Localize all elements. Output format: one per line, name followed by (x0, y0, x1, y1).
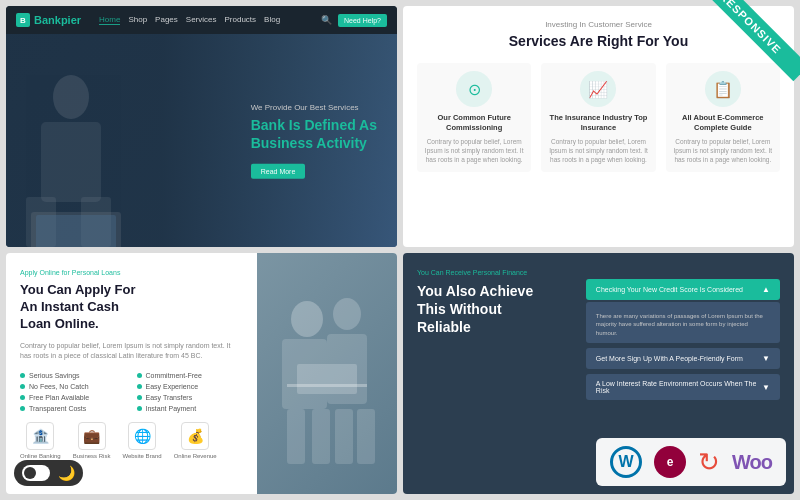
feature-dot-7 (20, 406, 25, 411)
feature-dot-3 (20, 384, 25, 389)
service-desc-3: Contrary to popular belief, Lorem Ipsum … (672, 137, 774, 164)
loan-subtitle: Apply Online for Personal Loans (20, 269, 243, 276)
icon-business: 💼 (78, 422, 106, 450)
loan-panel: Apply Online for Personal Loans You Can … (6, 253, 397, 494)
loan-content: Apply Online for Personal Loans You Can … (6, 253, 257, 494)
icon-banking-label: Online Banking (20, 453, 61, 459)
feature-label-3: No Fees, No Catch (29, 383, 89, 390)
svg-rect-5 (36, 215, 116, 247)
hero-subtitle: We Provide Our Best Services (251, 102, 377, 111)
feature-label-4: Easy Experience (146, 383, 199, 390)
service-desc-2: Contrary to popular belief, Lorem Ipsum … (547, 137, 649, 164)
hero-content: We Provide Our Best Services Bank Is Def… (251, 102, 377, 178)
accordion-label-2: Get More Sign Up With A People-Friendly … (596, 355, 743, 362)
icon-revenue-label: Online Revenue (174, 453, 217, 459)
loan-feature-4: Easy Experience (137, 383, 244, 390)
logo-text: Bankpier (34, 14, 81, 26)
wordpress-logo: W (610, 446, 642, 478)
brand-logos: W e ↻ Woo (596, 438, 786, 486)
service-icon-2: 📈 (580, 71, 616, 107)
finance-title-line1: You Also Achieve (417, 283, 533, 299)
loan-feature-6: Easy Transfers (137, 394, 244, 401)
hero-title-line2: Business Activity (251, 135, 367, 151)
feature-dot-6 (137, 395, 142, 400)
feature-dot-5 (20, 395, 25, 400)
svg-rect-12 (287, 409, 305, 464)
finance-content-left: You Can Receive Personal Finance You Als… (417, 269, 576, 478)
accordion-label-1: Checking Your New Credit Score Is Consid… (596, 286, 743, 293)
help-button[interactable]: Need Help? (338, 14, 387, 27)
finance-subtitle: You Can Receive Personal Finance (417, 269, 576, 276)
accordion-item-3[interactable]: A Low Interest Rate Environment Occurs W… (586, 374, 780, 400)
loan-image-bg (257, 253, 397, 494)
search-icon[interactable]: 🔍 (321, 15, 332, 25)
nav-pages[interactable]: Pages (155, 15, 178, 25)
toggle-switch[interactable] (22, 465, 50, 481)
nav-services[interactable]: Services (186, 15, 217, 25)
finance-title-line3: Reliable (417, 319, 471, 335)
feature-label-8: Instant Payment (146, 405, 197, 412)
loan-title-line1: You Can Apply For (20, 282, 136, 297)
loan-title: You Can Apply For An Instant Cash Loan O… (20, 282, 243, 333)
service-icon-1: ⊙ (456, 71, 492, 107)
loan-title-line2: An Instant Cash (20, 299, 119, 314)
accordion-label-3: A Low Interest Rate Environment Occurs W… (596, 380, 762, 394)
toggle-knob (24, 467, 36, 479)
icon-website: 🌐 (128, 422, 156, 450)
feature-label-1: Serious Savings (29, 372, 80, 379)
service-card-1: ⊙ Our Common Future Commissioning Contra… (417, 63, 531, 172)
feature-label-7: Transparent Costs (29, 405, 86, 412)
nav-shop[interactable]: Shop (128, 15, 147, 25)
svg-point-6 (291, 301, 323, 337)
readmore-button[interactable]: Read More (251, 164, 306, 179)
accordion-desc-1: There are many variations of passages of… (596, 312, 770, 337)
svg-rect-13 (312, 409, 330, 464)
dark-mode-toggle[interactable]: 🌙 (14, 460, 83, 486)
nav-home[interactable]: Home (99, 15, 120, 25)
responsive-badge: RESPONSIVE (710, 0, 800, 90)
responsive-badge-text: RESPONSIVE (710, 0, 800, 81)
loan-feature-1: Serious Savings (20, 372, 127, 379)
main-container: B Bankpier Home Shop Pages Services Prod… (0, 0, 800, 500)
logo-icon: B (16, 13, 30, 27)
nav-products[interactable]: Products (224, 15, 256, 25)
icon-business-label: Business Risk (73, 453, 111, 459)
loan-description: Contrary to popular belief, Lorem Ipsum … (20, 341, 243, 362)
loan-feature-3: No Fees, No Catch (20, 383, 127, 390)
loan-image (257, 253, 397, 494)
accordion-arrow-3: ▼ (762, 383, 770, 392)
accordion-arrow-2: ▼ (762, 354, 770, 363)
accordion-item-2[interactable]: Get More Sign Up With A People-Friendly … (586, 348, 780, 369)
feature-label-6: Easy Transfers (146, 394, 193, 401)
woo-logo: Woo (732, 451, 772, 474)
moon-icon: 🌙 (58, 465, 75, 481)
hero-navbar: B Bankpier Home Shop Pages Services Prod… (6, 6, 397, 34)
nav-blog[interactable]: Blog (264, 15, 280, 25)
svg-point-7 (333, 298, 361, 330)
nav-links: Home Shop Pages Services Products Blog (99, 15, 280, 25)
loan-feature-2: Commitment-Free (137, 372, 244, 379)
hero-person-figure (16, 67, 136, 247)
hero-logo: B Bankpier (16, 13, 81, 27)
accordion-arrow-1: ▲ (762, 285, 770, 294)
icon-banking: 🏦 (26, 422, 54, 450)
loan-icon-1: 🏦 Online Banking (20, 422, 61, 459)
loan-icon-3: 🌐 Website Brand (122, 422, 161, 459)
svg-rect-14 (335, 409, 353, 464)
service-card-2: 📈 The Insurance Industry Top Insurance C… (541, 63, 655, 172)
service-desc-1: Contrary to popular belief, Lorem Ipsum … (423, 137, 525, 164)
feature-dot-2 (137, 373, 142, 378)
finance-title: You Also Achieve This Without Reliable (417, 282, 576, 337)
svg-point-0 (53, 75, 89, 119)
feature-label-2: Commitment-Free (146, 372, 202, 379)
hero-image-area: We Provide Our Best Services Bank Is Def… (6, 34, 397, 247)
elementor-logo: e (654, 446, 686, 478)
loan-feature-7: Transparent Costs (20, 405, 127, 412)
accordion-item-1[interactable]: Checking Your New Credit Score Is Consid… (586, 279, 780, 300)
service-title-2: The Insurance Industry Top Insurance (547, 113, 649, 133)
feature-dot-1 (20, 373, 25, 378)
hero-title: Bank Is Defined As Business Activity (251, 115, 377, 151)
refresh-logo: ↻ (698, 447, 720, 478)
loan-features: Serious Savings Commitment-Free No Fees,… (20, 372, 243, 412)
nav-right: 🔍 Need Help? (321, 14, 387, 27)
